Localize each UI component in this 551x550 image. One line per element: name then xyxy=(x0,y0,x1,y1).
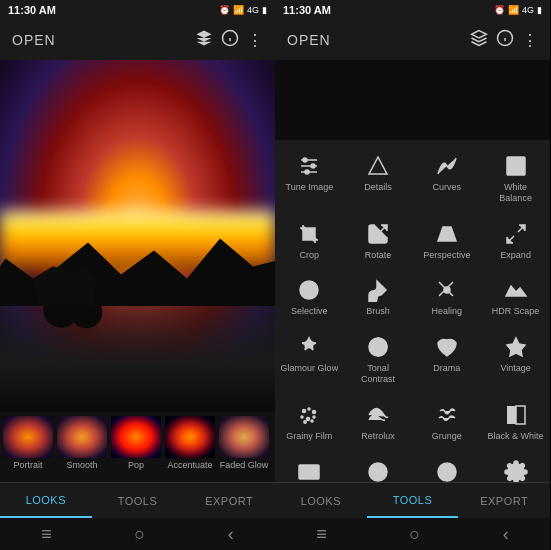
svg-point-41 xyxy=(380,468,383,471)
curves-label: Curves xyxy=(433,182,462,193)
drama-label: Drama xyxy=(433,363,460,374)
tool-white-balance[interactable]: White Balance xyxy=(485,148,547,208)
rotate-icon xyxy=(362,220,394,248)
open-label-right: OPEN xyxy=(287,32,331,48)
thumb-label-faded-glow: Faded Glow xyxy=(220,460,269,470)
svg-rect-33 xyxy=(507,406,516,424)
info-icon-right[interactable] xyxy=(496,29,514,51)
tool-healing[interactable]: Healing xyxy=(416,272,478,321)
home-nav-icon-left[interactable]: ○ xyxy=(134,524,145,545)
svg-point-16 xyxy=(305,286,313,294)
details-label: Details xyxy=(364,182,392,193)
thumb-pop[interactable]: Pop xyxy=(110,416,162,478)
left-panel: 11:30 AM ⏰ 📶 4G ▮ OPEN ⋮ xyxy=(0,0,275,550)
tool-grunge[interactable]: Grunge xyxy=(416,397,478,446)
signal-icon: 📶 xyxy=(233,5,244,15)
thumb-faded-glow[interactable]: Faded Glow xyxy=(218,416,270,478)
menu-nav-icon-left[interactable]: ≡ xyxy=(41,524,52,545)
home-nav-icon-right[interactable]: ○ xyxy=(409,524,420,545)
status-icons-right: ⏰ 📶 4G ▮ xyxy=(494,5,542,15)
thumb-label-pop: Pop xyxy=(128,460,144,470)
settings-icon xyxy=(500,458,532,482)
svg-point-32 xyxy=(311,420,313,422)
open-label-left: OPEN xyxy=(12,32,56,48)
info-icon[interactable] xyxy=(221,29,239,51)
tool-hdr-scape[interactable]: HDR Scape xyxy=(485,272,547,321)
tool-vintage[interactable]: Vintage xyxy=(485,329,547,389)
svg-point-6 xyxy=(311,164,315,168)
svg-point-44 xyxy=(449,469,451,471)
tool-settings[interactable] xyxy=(485,454,547,482)
tool-brush[interactable]: Brush xyxy=(347,272,409,321)
selective-label: Selective xyxy=(291,306,328,317)
tool-crop[interactable]: Crop xyxy=(278,216,340,265)
svg-point-5 xyxy=(303,158,307,162)
thumb-portrait[interactable]: Portrait xyxy=(2,416,54,478)
black-white-icon xyxy=(500,401,532,429)
layers-icon[interactable] xyxy=(195,29,213,51)
retrolux-icon xyxy=(362,401,394,429)
expand-label: Expand xyxy=(500,250,531,261)
more-icon[interactable]: ⋮ xyxy=(247,31,263,50)
vintage-label: Vintage xyxy=(500,363,530,374)
alarm-icon: ⏰ xyxy=(219,5,230,15)
svg-point-25 xyxy=(303,409,306,412)
grainy-film-label: Grainy Film xyxy=(286,431,332,442)
tool-film-strip[interactable] xyxy=(278,454,340,482)
selective-icon xyxy=(293,276,325,304)
tool-drama[interactable]: Drama xyxy=(416,329,478,389)
back-nav-icon-left[interactable]: ‹ xyxy=(228,524,234,545)
svg-point-28 xyxy=(301,416,303,418)
tools-row-3: Selective Brush Healing HDR Scape xyxy=(275,268,550,325)
thumb-smooth[interactable]: Smooth xyxy=(56,416,108,478)
network-label-right: 4G xyxy=(522,5,534,15)
tool-expand[interactable]: Expand xyxy=(485,216,547,265)
tab-export-right[interactable]: EXPORT xyxy=(458,483,550,518)
tool-emoji[interactable] xyxy=(416,454,478,482)
tool-tonal-contrast[interactable]: Tonal Contrast xyxy=(347,329,409,389)
white-balance-label: White Balance xyxy=(487,182,545,204)
tool-curves[interactable]: Curves xyxy=(416,148,478,208)
battery-icon-right: ▮ xyxy=(537,5,542,15)
svg-marker-8 xyxy=(369,157,387,174)
status-time-left: 11:30 AM xyxy=(8,4,56,16)
tab-tools-right[interactable]: TOOLS xyxy=(367,483,459,518)
tool-grainy-film[interactable]: Grainy Film xyxy=(278,397,340,446)
tool-glamour-glow[interactable]: Glamour Glow xyxy=(278,329,340,389)
tool-selective[interactable]: Selective xyxy=(278,272,340,321)
thumb-accentuate[interactable]: Accentuate xyxy=(164,416,216,478)
tab-export-left[interactable]: EXPORT xyxy=(183,483,275,518)
tool-retrolux[interactable]: Retrolux xyxy=(347,397,409,446)
menu-nav-icon-right[interactable]: ≡ xyxy=(316,524,327,545)
tool-tune-image[interactable]: Tune Image xyxy=(278,148,340,208)
retrolux-label: Retrolux xyxy=(361,431,395,442)
tools-row-1: Tune Image Details Curves White Balance xyxy=(275,144,550,212)
glamour-glow-label: Glamour Glow xyxy=(281,363,339,374)
thumb-label-portrait: Portrait xyxy=(13,460,42,470)
more-icon-right[interactable]: ⋮ xyxy=(522,31,538,50)
back-nav-icon-right[interactable]: ‹ xyxy=(503,524,509,545)
svg-marker-22 xyxy=(506,286,526,296)
bike-body xyxy=(33,266,98,306)
tab-looks-left[interactable]: LOOKS xyxy=(0,483,92,518)
status-time-right: 11:30 AM xyxy=(283,4,331,16)
healing-label: Healing xyxy=(432,306,463,317)
svg-point-7 xyxy=(305,170,309,174)
thumbnail-strip: Portrait Smooth Pop Accentuate Faded Glo… xyxy=(0,412,275,482)
layers-icon-right[interactable] xyxy=(470,29,488,51)
top-bar-icons-right: ⋮ xyxy=(470,29,538,51)
crop-icon xyxy=(293,220,325,248)
svg-marker-24 xyxy=(507,338,525,356)
status-bar-left: 11:30 AM ⏰ 📶 4G ▮ xyxy=(0,0,275,20)
svg-point-40 xyxy=(374,468,377,471)
tool-face[interactable] xyxy=(347,454,409,482)
tool-rotate[interactable]: Rotate xyxy=(347,216,409,265)
film-strip-icon xyxy=(293,458,325,482)
tab-looks-right[interactable]: LOOKS xyxy=(275,483,367,518)
tab-tools-left[interactable]: TOOLS xyxy=(92,483,184,518)
tool-black-white[interactable]: Black & White xyxy=(485,397,547,446)
tool-details[interactable]: Details xyxy=(347,148,409,208)
rotate-label: Rotate xyxy=(365,250,392,261)
tool-perspective[interactable]: Perspective xyxy=(416,216,478,265)
status-icons-left: ⏰ 📶 4G ▮ xyxy=(219,5,267,15)
